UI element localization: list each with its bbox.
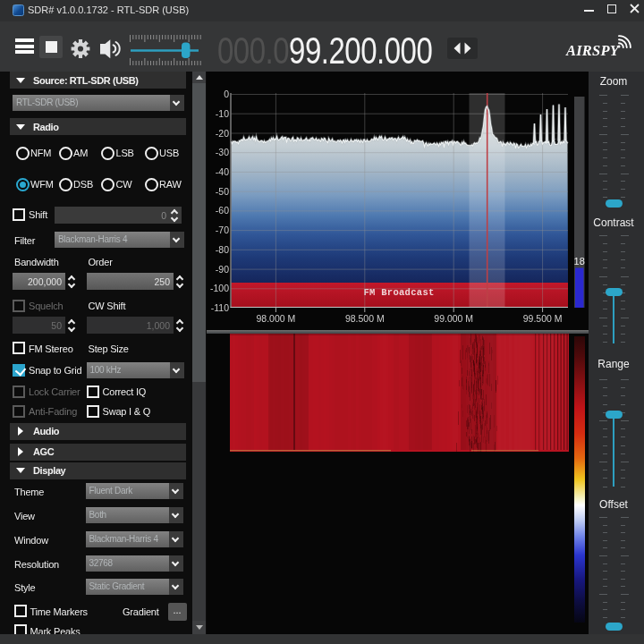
svg-text:-90: -90 <box>216 264 229 275</box>
svg-text:-20: -20 <box>216 128 229 139</box>
svg-text:-10: -10 <box>216 108 229 119</box>
svg-text:-40: -40 <box>216 166 229 177</box>
svg-text:18: 18 <box>574 256 585 267</box>
svg-text:-50: -50 <box>216 186 229 197</box>
svg-text:98.500 M: 98.500 M <box>345 313 385 324</box>
svg-text:-100: -100 <box>210 283 229 293</box>
svg-text:99.500 M: 99.500 M <box>523 313 563 324</box>
svg-text:-60: -60 <box>216 205 229 216</box>
svg-text:99.000 M: 99.000 M <box>434 313 473 324</box>
svg-text:98.000 M: 98.000 M <box>257 313 296 324</box>
svg-text:-110: -110 <box>211 302 229 313</box>
svg-text:-80: -80 <box>216 244 229 255</box>
svg-text:0: 0 <box>224 89 229 99</box>
svg-text:-70: -70 <box>216 225 229 235</box>
svg-text:-30: -30 <box>216 147 229 157</box>
